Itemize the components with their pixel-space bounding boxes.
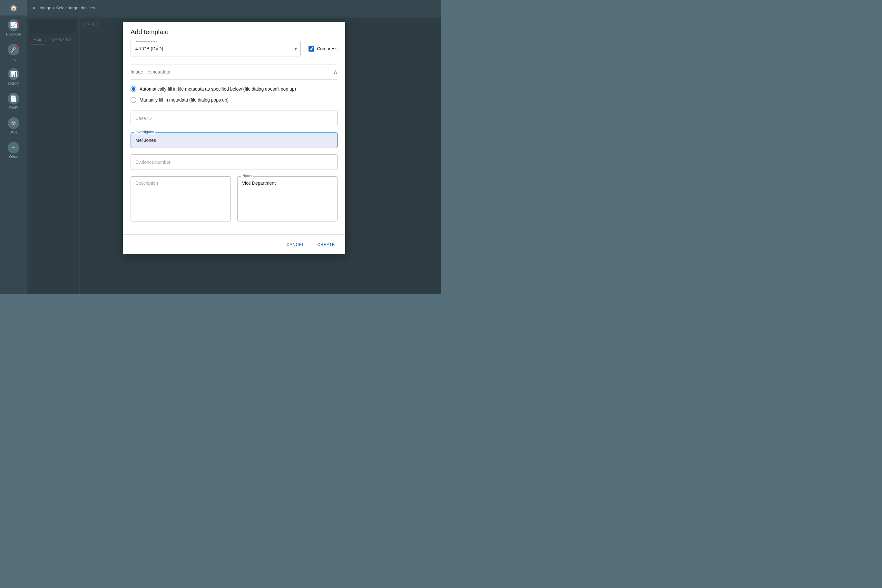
description-wrapper <box>130 176 231 223</box>
notes-wrapper: Notes Vice Department <box>237 176 338 223</box>
compress-row: Compress <box>309 46 338 52</box>
sidebar-item-label: Logical <box>8 81 20 85</box>
sidebar-item-label: RAID <box>9 106 18 110</box>
modal-body: Segment size 4.7 GB (DVD) 650 MB (CD) 1 … <box>123 41 345 234</box>
description-input[interactable] <box>130 176 231 222</box>
image-icon: 🚀 <box>8 44 20 56</box>
evidence-input[interactable] <box>130 154 338 170</box>
sidebar-item-label: Wipe <box>9 130 17 134</box>
home-button[interactable]: 🏠 <box>0 0 27 15</box>
breadcrumb: Image > Select target devices <box>40 6 95 10</box>
radio-auto[interactable]: Automatically fill in file metadata as s… <box>130 86 338 92</box>
case-id-field <box>130 111 338 126</box>
investigator-field: Investigator <box>130 132 338 148</box>
sidebar: 🏠 📈 Diagnose 🚀 Image 📊 Logical 📄 RAID ☢ … <box>0 0 27 294</box>
main-area: ✕ Image > Select target devices FILE TEM… <box>27 0 441 294</box>
segment-size-row: Segment size 4.7 GB (DVD) 650 MB (CD) 1 … <box>130 41 338 56</box>
top-bar: ✕ Image > Select target devices <box>27 0 441 15</box>
radio-auto-label: Automatically fill in file metadata as s… <box>140 86 296 92</box>
investigator-input[interactable] <box>130 132 338 148</box>
radio-manual-label: Manually fill in metadata (file dialog p… <box>140 98 228 102</box>
case-id-input[interactable] <box>130 111 338 126</box>
sidebar-item-diagnose[interactable]: 📈 Diagnose <box>0 15 27 40</box>
close-icon[interactable]: ✕ <box>32 6 36 10</box>
segment-size-select[interactable]: 4.7 GB (DVD) 650 MB (CD) 1 GB 2 GB Custo… <box>130 41 301 56</box>
sidebar-item-label: Image <box>9 57 19 61</box>
sidebar-item-other[interactable]: ··· Other <box>0 138 27 162</box>
create-button[interactable]: CREATE <box>312 238 340 250</box>
investigator-label: Investigator <box>134 130 155 134</box>
modal-footer: CANCEL CREATE <box>123 234 345 254</box>
compress-label: Compress <box>317 46 338 51</box>
sidebar-item-label: Diagnose <box>6 32 21 36</box>
description-notes-row: Notes Vice Department <box>130 176 338 223</box>
notes-label: Notes <box>241 174 253 178</box>
other-icon: ··· <box>8 142 20 153</box>
radio-manual[interactable]: Manually fill in metadata (file dialog p… <box>130 97 338 103</box>
segment-size-label: Segment size <box>134 41 159 42</box>
radio-group: Automatically fill in file metadata as s… <box>130 86 338 103</box>
sidebar-item-raid[interactable]: 📄 RAID <box>0 89 27 114</box>
raid-icon: 📄 <box>8 93 20 105</box>
radio-manual-input[interactable] <box>130 97 136 103</box>
cancel-button[interactable]: CANCEL <box>281 238 309 250</box>
sidebar-item-wipe[interactable]: ☢ Wipe <box>0 114 27 138</box>
radio-auto-input[interactable] <box>130 86 136 92</box>
modal-header: Add template <box>123 22 345 41</box>
sidebar-item-label: Other <box>9 155 18 159</box>
modal-title: Add template <box>130 28 169 36</box>
sidebar-item-image[interactable]: 🚀 Image <box>0 40 27 64</box>
segment-size-field: Segment size 4.7 GB (DVD) 650 MB (CD) 1 … <box>130 41 301 56</box>
diagnose-icon: 📈 <box>8 20 20 31</box>
notes-input[interactable]: Vice Department <box>237 176 338 222</box>
metadata-section-header: Image file metadata ∧ <box>130 64 338 80</box>
section-title: Image file metadata <box>130 69 170 75</box>
collapse-icon[interactable]: ∧ <box>333 68 338 75</box>
logical-icon: 📊 <box>8 68 20 80</box>
sidebar-item-logical[interactable]: 📊 Logical <box>0 64 27 89</box>
modal-overlay: Add template Segment size 4.7 GB (DVD) 6… <box>27 15 441 294</box>
evidence-field <box>130 154 338 170</box>
add-template-dialog: Add template Segment size 4.7 GB (DVD) 6… <box>123 22 345 254</box>
wipe-icon: ☢ <box>8 117 20 129</box>
compress-checkbox[interactable] <box>309 46 314 52</box>
